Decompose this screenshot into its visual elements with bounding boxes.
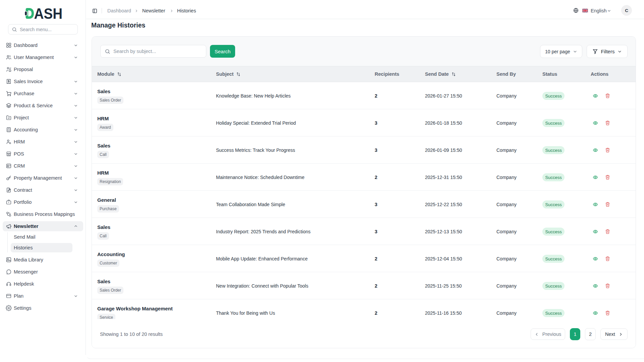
svg-text:ASH: ASH <box>34 8 63 19</box>
